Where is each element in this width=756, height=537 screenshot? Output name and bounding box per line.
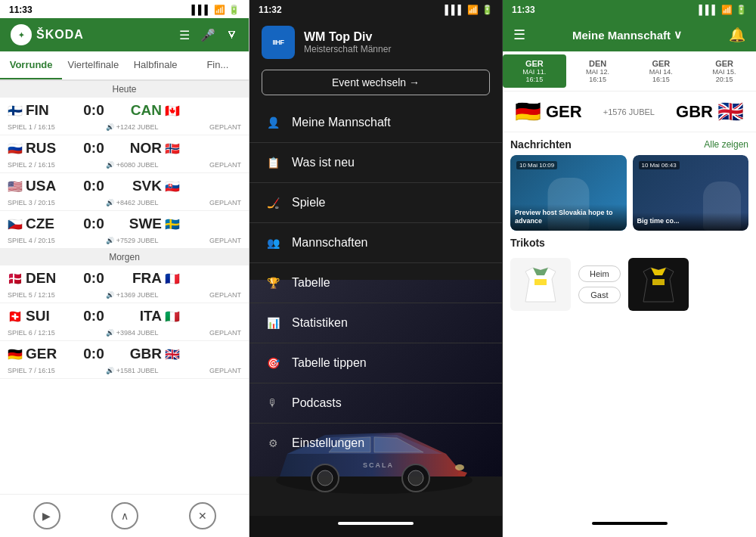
close-button[interactable]: ✕ <box>189 502 216 529</box>
news-card-2[interactable]: 10 Mai 06:43 Big time co... <box>633 155 749 231</box>
news-show-all[interactable]: Alle zeigen <box>704 139 748 150</box>
news-section: Nachrichten Alle zeigen 10 Mai 10:09 Pre… <box>503 132 756 231</box>
status-icons-1: ▌▌▌ 📶 🔋 <box>191 5 240 15</box>
panel2-header: IIHF WM Top Div Meisterschaft Männer <box>249 18 502 67</box>
tab-vorrunde[interactable]: Vorrunde <box>0 51 62 79</box>
menu-icon-3[interactable]: ☰ <box>513 26 525 43</box>
featured-match: 🇩🇪 GER +1576 JUBEL GBR 🇬🇧 <box>503 92 756 132</box>
menu-icon-3: 👥 <box>265 234 281 251</box>
wifi-icon-2: 📶 <box>467 5 479 15</box>
team-left: 🇩🇰 DEN <box>8 270 72 287</box>
date-time-3: 20:15 <box>694 76 754 83</box>
flag-right: 🇮🇹 <box>165 309 180 324</box>
date-time-1: 16:15 <box>568 76 628 83</box>
menu-items-container: 👤 Meine Mannschaft 📋 Was ist neu 🏒 Spiel… <box>249 104 502 516</box>
menu-item-meine-mannschaft[interactable]: 👤 Meine Mannschaft <box>249 104 502 141</box>
menu-icon-7: 🎙 <box>265 395 281 411</box>
match-info: SPIEL 1 / 16:15 <box>8 123 55 131</box>
match-row: 🇩🇪 GER 0:0 GBR 🇬🇧 SPIEL 7 / 16:15 🔊 +158… <box>0 341 249 379</box>
team-name-right: SWE <box>129 216 162 232</box>
date-col-3[interactable]: GER MAI 15. 20:15 <box>692 54 756 88</box>
event-switch-button[interactable]: Event wechseln → <box>262 70 490 95</box>
menu-item-einstellungen[interactable]: ⚙ Einstellungen <box>249 425 502 461</box>
menu-divider <box>249 262 502 263</box>
team-name-right: CAN <box>131 102 162 119</box>
panel-scores: 11:33 ▌▌▌ 📶 🔋 ✦ ŠKODA ☰ 🎤 ⛛ Vorrunde Vie… <box>0 0 249 537</box>
menu-item-mannschaften[interactable]: 👥 Mannschaften <box>249 225 502 261</box>
tab-finale[interactable]: Fin... <box>187 51 249 79</box>
date-label-1: DEN <box>568 59 628 68</box>
team-right: FRA 🇫🇷 <box>116 270 180 287</box>
signal-icon-2: ▌▌▌ <box>445 5 464 15</box>
bell-icon[interactable]: 🔔 <box>729 26 745 43</box>
match-sub: SPIEL 3 / 20:15 🔊 +8462 JUBEL GEPLANT <box>0 199 249 210</box>
flag-left: 🇺🇸 <box>8 179 23 194</box>
date-sub-1: MAI 12. <box>568 68 628 76</box>
score: 0:0 <box>75 102 113 119</box>
flag-left: 🇨🇭 <box>8 309 23 324</box>
trikots-title: Trikots <box>510 237 545 249</box>
menu-item-podcasts[interactable]: 🎙 Podcasts <box>249 385 502 421</box>
menu-item-spiele[interactable]: 🏒 Spiele <box>249 185 502 221</box>
menu-icon-1: 📋 <box>265 154 281 171</box>
menu-item-tabelle[interactable]: 🏆 Tabelle <box>249 265 502 301</box>
flag-left: 🇫🇮 <box>8 104 23 118</box>
heim-button[interactable]: Heim <box>578 265 621 282</box>
skoda-logo: ✦ ŠKODA <box>11 24 84 45</box>
flag-left: 🇩🇪 <box>8 347 23 362</box>
menu-item-statistiken[interactable]: 📊 Statistiken <box>249 305 502 341</box>
status-icons-2: ▌▌▌ 📶 🔋 <box>445 5 493 15</box>
news-time-2: 10 Mai 06:43 <box>639 161 680 169</box>
gast-button[interactable]: Gast <box>578 287 621 303</box>
menu-label-8: Einstellungen <box>292 436 364 450</box>
menu-icon-8: ⚙ <box>265 435 281 452</box>
jubel: 🔊 +1369 JUBEL <box>106 291 158 299</box>
menu-item-was-ist-neu[interactable]: 📋 Was ist neu <box>249 144 502 181</box>
skoda-name: ŠKODA <box>36 28 84 42</box>
jubel-info: +1576 JUBEL <box>588 107 670 116</box>
status-bar-2: 11:32 ▌▌▌ 📶 🔋 <box>249 0 502 18</box>
menu-icon[interactable]: ☰ <box>179 28 190 42</box>
menu-label-3: Mannschaften <box>292 236 368 250</box>
match-info: SPIEL 4 / 20:15 <box>8 237 55 244</box>
status-bar-1: 11:33 ▌▌▌ 📶 🔋 <box>0 0 249 18</box>
tab-halbfinale[interactable]: Halbfinale <box>125 51 187 79</box>
team-left: 🇨🇿 CZE <box>8 216 72 232</box>
mic-icon[interactable]: 🎤 <box>200 28 215 42</box>
jubel: 🔊 +6080 JUBEL <box>106 161 158 169</box>
filter-icon[interactable]: ⛛ <box>226 28 238 42</box>
flag-right: 🇫🇷 <box>165 272 180 286</box>
match-sub: SPIEL 5 / 12:15 🔊 +1369 JUBEL GEPLANT <box>0 291 249 303</box>
header-3: ☰ Meine Mannschaft ∨ 🔔 <box>503 18 756 51</box>
date-col-1[interactable]: DEN MAI 12. 16:15 <box>566 54 630 88</box>
date-time-0: 16:15 <box>504 76 565 83</box>
bottom-nav-2 <box>249 516 502 537</box>
team-name-right: GBR <box>130 346 162 362</box>
team-right: CAN 🇨🇦 <box>116 102 180 119</box>
team-name-left: CZE <box>26 216 54 232</box>
home-indicator-2 <box>338 522 414 525</box>
page-title-3: Meine Mannschaft ∨ <box>572 28 682 42</box>
date-label-0: GER <box>504 59 565 68</box>
date-col-0[interactable]: GER MAI 11. 16:15 <box>503 54 566 88</box>
iihf-logo: IIHF <box>262 26 295 59</box>
dates-row: GER MAI 11. 16:15 DEN MAI 12. 16:15 GER … <box>503 51 756 92</box>
menu-label-5: Statistiken <box>292 316 348 330</box>
status-bar-3: 11:33 ▌▌▌ 📶 🔋 <box>503 0 756 18</box>
news-card-1[interactable]: 10 Mai 10:09 Preview host Slovakia hope … <box>510 155 627 231</box>
flag-gbr: 🇬🇧 <box>717 99 744 124</box>
menu-item-tabelle-tippen[interactable]: 🎯 Tabelle tippen <box>249 345 502 381</box>
date-col-2[interactable]: GER MAI 14. 16:15 <box>630 54 693 88</box>
tab-viertelfinale[interactable]: Viertelfinale <box>62 51 124 79</box>
chevron-down-icon: ∨ <box>674 28 682 42</box>
time-2: 11:32 <box>259 5 282 15</box>
team-right: GBR 🇬🇧 <box>116 346 180 362</box>
jubel: 🔊 +8462 JUBEL <box>106 199 158 206</box>
jubel: 🔊 +1242 JUBEL <box>106 123 158 131</box>
menu-divider <box>249 142 502 143</box>
team-left: 🇨🇭 SUI <box>8 308 72 324</box>
up-button[interactable]: ∧ <box>111 502 138 529</box>
play-button[interactable]: ▶ <box>33 502 60 529</box>
signal-icon: ▌▌▌ <box>191 5 211 15</box>
match-row: 🇨🇭 SUI 0:0 ITA 🇮🇹 SPIEL 6 / 12:15 🔊 +398… <box>0 303 249 341</box>
